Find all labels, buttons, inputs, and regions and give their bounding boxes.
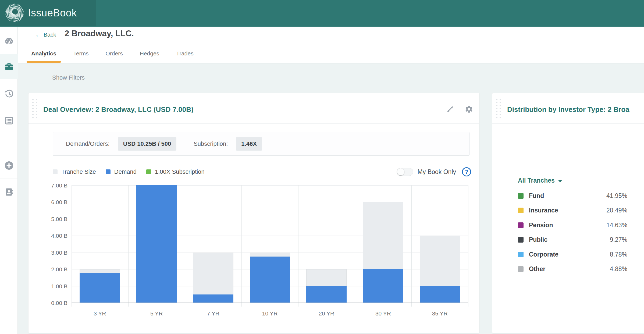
back-label: Back xyxy=(44,31,56,38)
investor-type-label: Other xyxy=(529,265,545,273)
back-button[interactable]: ← Back xyxy=(35,31,56,38)
sidebar-item-create-new[interactable] xyxy=(0,156,18,175)
page-header: ← Back 2 Broadway, LLC. Analytics Terms … xyxy=(18,27,644,63)
investor-type-percent: 41.95% xyxy=(606,192,627,200)
legend-item-tranche-size[interactable]: Tranche Size xyxy=(53,168,96,175)
y-tick-label: 5.00 B xyxy=(29,216,67,222)
deal-stats-strip: Demand/Orders: USD 10.25B / 500 Subscrip… xyxy=(53,132,469,156)
x-tick-label: 10 YR xyxy=(248,310,291,317)
all-tranches-dropdown[interactable]: All Tranches xyxy=(518,177,562,184)
sidebar-item-contacts[interactable] xyxy=(0,182,18,201)
public-swatch xyxy=(518,237,524,243)
deal-card-title: Deal Overview: 2 Broadway, LLC (USD 7.00… xyxy=(43,105,194,114)
other-swatch xyxy=(518,266,524,272)
history-icon xyxy=(4,89,14,99)
gridline xyxy=(411,185,412,307)
sidebar-nav xyxy=(0,27,18,334)
address-book-icon xyxy=(4,187,14,197)
page-title: 2 Broadway, LLC. xyxy=(65,29,134,38)
gridline xyxy=(298,185,298,307)
bar-demand-35yr[interactable] xyxy=(420,286,460,303)
investor-legend-item-insurance[interactable]: Insurance20.49% xyxy=(518,205,644,216)
legend-item-subscription[interactable]: 1.00X Subscription xyxy=(146,168,205,175)
brand-name: IssueBook xyxy=(28,7,77,19)
y-tick-label: 0.00 B xyxy=(29,300,67,306)
insurance-swatch xyxy=(518,208,524,213)
investor-type-label: Corporate xyxy=(529,251,558,258)
y-tick-label: 7.00 B xyxy=(29,182,67,189)
card-drag-handle[interactable] xyxy=(494,98,501,120)
bar-demand-20yr[interactable] xyxy=(306,286,347,303)
investor-legend-item-other[interactable]: Other4.88% xyxy=(518,264,644,275)
legend-item-demand[interactable]: Demand xyxy=(106,168,137,175)
gridline xyxy=(72,219,468,219)
gear-icon[interactable] xyxy=(465,105,473,113)
expand-icon[interactable] xyxy=(446,105,454,113)
app-logo[interactable]: IssueBook xyxy=(0,0,96,26)
tab-analytics[interactable]: Analytics xyxy=(27,50,61,63)
investor-type-label: Fund xyxy=(529,192,544,200)
y-tick-label: 3.00 B xyxy=(29,250,67,256)
gridline xyxy=(128,185,129,307)
y-tick-label: 1.00 B xyxy=(29,283,67,290)
tab-terms[interactable]: Terms xyxy=(69,50,93,63)
investor-type-percent: 4.88% xyxy=(610,265,627,273)
bar-demand-10yr[interactable] xyxy=(250,257,290,303)
tab-trades[interactable]: Trades xyxy=(172,50,198,63)
distribution-card: Distribution by Investor Type: 2 Broa Al… xyxy=(492,93,644,333)
show-filters-toggle[interactable]: Show Filters xyxy=(52,74,85,81)
my-book-only-label: My Book Only xyxy=(418,168,456,176)
toggle-knob xyxy=(397,168,404,175)
gridline xyxy=(72,185,72,307)
investor-type-label: Pension xyxy=(529,222,553,229)
tab-bar: Analytics Terms Orders Hedges Trades xyxy=(27,50,206,63)
x-tick-label: 20 YR xyxy=(305,310,348,317)
help-icon[interactable]: ? xyxy=(462,167,471,176)
gridline xyxy=(241,185,242,307)
corporate-swatch xyxy=(518,252,524,257)
gauge-icon xyxy=(4,36,14,46)
y-tick-label: 6.00 B xyxy=(29,199,67,205)
active-tab-underline xyxy=(27,61,61,63)
back-arrow-icon: ← xyxy=(35,32,42,38)
investor-legend-item-fund[interactable]: Fund41.95% xyxy=(518,190,644,201)
investor-type-percent: 20.49% xyxy=(606,207,627,214)
investor-type-label: Insurance xyxy=(529,207,558,214)
spiral-logo-icon xyxy=(4,2,25,24)
pension-swatch xyxy=(518,222,524,228)
subscription-label: Subscription: xyxy=(194,140,228,147)
x-tick-label: 30 YR xyxy=(362,310,405,317)
plus-circle-icon xyxy=(4,161,14,170)
demand-orders-label: Demand/Orders: xyxy=(66,140,110,147)
deal-overview-card: Deal Overview: 2 Broadway, LLC (USD 7.00… xyxy=(28,93,479,333)
card-title-divider xyxy=(492,123,644,124)
chart-legend: Tranche Size Demand 1.00X Subscription M… xyxy=(53,167,474,176)
investor-legend-item-public[interactable]: Public9.27% xyxy=(518,234,644,245)
investor-legend-item-corporate[interactable]: Corporate8.78% xyxy=(518,249,644,260)
bar-demand-7yr[interactable] xyxy=(193,294,233,303)
investor-legend-item-pension[interactable]: Pension14.63% xyxy=(518,220,644,230)
tab-orders[interactable]: Orders xyxy=(101,50,127,63)
sidebar-divider xyxy=(0,179,18,179)
subscription-value: 1.46X xyxy=(236,137,262,151)
gridline xyxy=(72,202,468,202)
tab-hedges[interactable]: Hedges xyxy=(135,50,164,63)
my-book-only-toggle[interactable] xyxy=(397,168,413,176)
list-icon xyxy=(4,116,14,126)
card-drag-handle[interactable] xyxy=(31,98,38,120)
gridline xyxy=(468,185,468,307)
x-tick-label: 7 YR xyxy=(192,310,235,317)
bar-demand-5yr[interactable] xyxy=(136,185,177,303)
fund-swatch xyxy=(518,193,524,199)
sidebar-item-history[interactable] xyxy=(0,84,18,103)
sidebar-divider xyxy=(0,206,18,206)
y-tick-label: 4.00 B xyxy=(29,233,67,239)
bar-demand-30yr[interactable] xyxy=(363,269,403,303)
subscription-swatch xyxy=(146,169,151,174)
top-bar: IssueBook xyxy=(0,0,644,27)
sidebar-item-blotter[interactable] xyxy=(0,111,18,130)
y-tick-label: 2.00 B xyxy=(29,266,67,273)
sidebar-item-dashboard[interactable] xyxy=(0,31,18,51)
bar-demand-3yr[interactable] xyxy=(80,273,120,303)
sidebar-item-deals[interactable] xyxy=(0,54,18,79)
